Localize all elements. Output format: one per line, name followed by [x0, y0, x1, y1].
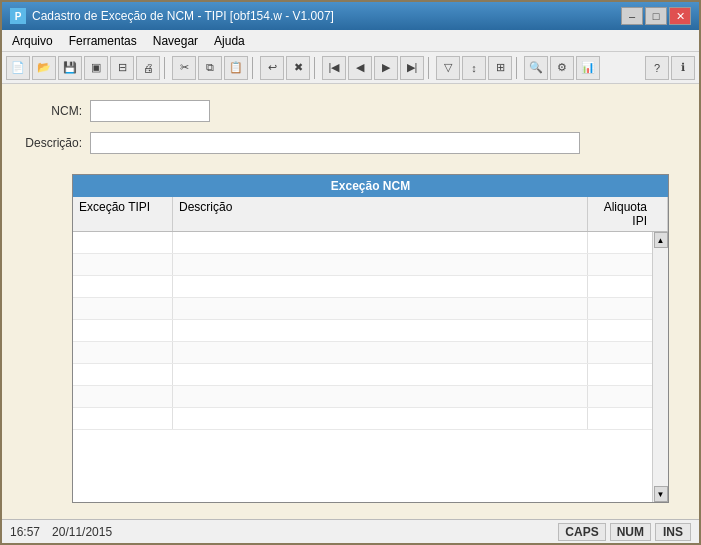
table-row: [73, 298, 668, 320]
open-button[interactable]: 📂: [32, 56, 56, 80]
form-view-button[interactable]: ▣: [84, 56, 108, 80]
cut-button[interactable]: ✂: [172, 56, 196, 80]
paste-button[interactable]: 📋: [224, 56, 248, 80]
col-header-excecao: Exceção TIPI: [73, 197, 173, 231]
sep1: [164, 57, 168, 79]
menu-ajuda[interactable]: Ajuda: [208, 32, 251, 50]
descricao-input[interactable]: [90, 132, 580, 154]
cancel-button[interactable]: ✖: [286, 56, 310, 80]
sort-button[interactable]: ↕: [462, 56, 486, 80]
caps-badge: CAPS: [558, 523, 605, 541]
status-date: 20/11/2015: [52, 525, 112, 539]
table-row: [73, 364, 668, 386]
cell-excecao: [73, 386, 173, 407]
filter-button[interactable]: ▽: [436, 56, 460, 80]
ncm-row: NCM:: [22, 100, 679, 122]
save-button[interactable]: 💾: [58, 56, 82, 80]
title-bar-left: P Cadastro de Exceção de NCM - TIPI [obf…: [10, 8, 334, 24]
table-row: [73, 408, 668, 430]
descricao-label: Descrição:: [22, 136, 82, 150]
window-title: Cadastro de Exceção de NCM - TIPI [obf15…: [32, 9, 334, 23]
grid-title: Exceção NCM: [73, 175, 668, 197]
app-icon: P: [10, 8, 26, 24]
cell-descricao: [173, 386, 588, 407]
status-bar: 16:57 20/11/2015 CAPS NUM INS: [2, 519, 699, 543]
maximize-button[interactable]: □: [645, 7, 667, 25]
grid-scrollbar[interactable]: ▲ ▼: [652, 232, 668, 502]
table-row: [73, 276, 668, 298]
config-button[interactable]: ⚙: [550, 56, 574, 80]
cell-descricao: [173, 298, 588, 319]
toolbar: 📄 📂 💾 ▣ ⊟ 🖨 ✂ ⧉ 📋 ↩ ✖ |◀ ◀ ▶ ▶| ▽ ↕ ⊞ 🔍 …: [2, 52, 699, 84]
table-row: [73, 342, 668, 364]
ncm-input[interactable]: [90, 100, 210, 122]
menu-arquivo[interactable]: Arquivo: [6, 32, 59, 50]
last-button[interactable]: ▶|: [400, 56, 424, 80]
search-button[interactable]: 🔍: [524, 56, 548, 80]
cell-descricao: [173, 408, 588, 429]
print-button[interactable]: 🖨: [136, 56, 160, 80]
table-row: [73, 232, 668, 254]
cell-excecao: [73, 320, 173, 341]
title-bar: P Cadastro de Exceção de NCM - TIPI [obf…: [2, 2, 699, 30]
menu-navegar[interactable]: Navegar: [147, 32, 204, 50]
col-header-aliquota: Aliquota IPI: [588, 197, 668, 231]
cell-excecao: [73, 408, 173, 429]
cell-excecao: [73, 276, 173, 297]
sep3: [314, 57, 318, 79]
cell-descricao: [173, 342, 588, 363]
status-right: CAPS NUM INS: [558, 523, 691, 541]
ins-badge: INS: [655, 523, 691, 541]
table-row: [73, 320, 668, 342]
ncm-label: NCM:: [22, 104, 82, 118]
cell-excecao: [73, 364, 173, 385]
status-time: 16:57: [10, 525, 40, 539]
copy-button[interactable]: ⧉: [198, 56, 222, 80]
cell-descricao: [173, 276, 588, 297]
menu-bar: Arquivo Ferramentas Navegar Ajuda: [2, 30, 699, 52]
about-button[interactable]: ℹ: [671, 56, 695, 80]
new-button[interactable]: 📄: [6, 56, 30, 80]
table-row: [73, 254, 668, 276]
menu-ferramentas[interactable]: Ferramentas: [63, 32, 143, 50]
cell-descricao: [173, 364, 588, 385]
title-controls: – □ ✕: [621, 7, 691, 25]
export-button[interactable]: ⊞: [488, 56, 512, 80]
sep4: [428, 57, 432, 79]
cell-excecao: [73, 232, 173, 253]
sep5: [516, 57, 520, 79]
cell-excecao: [73, 342, 173, 363]
prev-button[interactable]: ◀: [348, 56, 372, 80]
table-row: [73, 386, 668, 408]
cell-excecao: [73, 254, 173, 275]
cell-descricao: [173, 320, 588, 341]
scrollbar-up-button[interactable]: ▲: [654, 232, 668, 248]
cell-descricao: [173, 254, 588, 275]
report-button[interactable]: 📊: [576, 56, 600, 80]
close-button[interactable]: ✕: [669, 7, 691, 25]
grid-view-button[interactable]: ⊟: [110, 56, 134, 80]
grid-header: Exceção TIPI Descrição Aliquota IPI: [73, 197, 668, 232]
main-content: NCM: Descrição: Exceção NCM Exceção TIPI…: [2, 84, 699, 519]
status-left: 16:57 20/11/2015: [10, 525, 112, 539]
next-button[interactable]: ▶: [374, 56, 398, 80]
sep2: [252, 57, 256, 79]
num-badge: NUM: [610, 523, 651, 541]
grid-container: Exceção NCM Exceção TIPI Descrição Aliqu…: [72, 174, 669, 503]
first-button[interactable]: |◀: [322, 56, 346, 80]
scrollbar-down-button[interactable]: ▼: [654, 486, 668, 502]
cell-descricao: [173, 232, 588, 253]
cell-excecao: [73, 298, 173, 319]
col-header-descricao: Descrição: [173, 197, 588, 231]
main-window: P Cadastro de Exceção de NCM - TIPI [obf…: [0, 0, 701, 545]
grid-body: ▲ ▼: [73, 232, 668, 502]
descricao-row: Descrição:: [22, 132, 679, 154]
minimize-button[interactable]: –: [621, 7, 643, 25]
help-button[interactable]: ?: [645, 56, 669, 80]
undo-button[interactable]: ↩: [260, 56, 284, 80]
